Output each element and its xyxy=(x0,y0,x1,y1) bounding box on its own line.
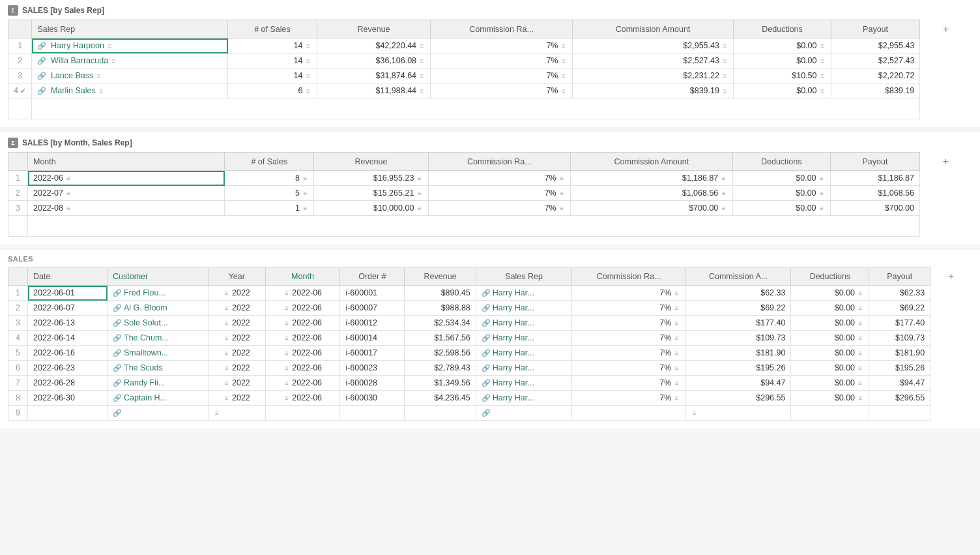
menu-icon[interactable]: ≡ xyxy=(859,395,863,402)
month-cell[interactable]: 2022-07 ≡ xyxy=(28,186,225,201)
menu-icon[interactable]: ≡ xyxy=(723,57,727,65)
customer-cell[interactable]: 🔗Smalltown... xyxy=(108,346,209,361)
menu-icon[interactable]: ≡ xyxy=(306,57,310,65)
menu-icon[interactable]: ≡ xyxy=(418,175,422,182)
customer-cell[interactable]: 🔗Fred Flou... xyxy=(108,286,209,301)
rep-name-cell[interactable]: 🔗 Willa Barracuda ≡ xyxy=(32,53,228,68)
rep-cell[interactable]: 🔗Harry Har... xyxy=(476,376,572,391)
menu-icon[interactable]: ≡ xyxy=(285,395,289,402)
rep-name-cell[interactable]: 🔗 Marlin Sales ≡ xyxy=(32,83,228,98)
menu-icon[interactable]: ≡ xyxy=(722,190,726,197)
menu-icon[interactable]: ≡ xyxy=(859,350,863,357)
menu-icon[interactable]: ≡ xyxy=(225,320,229,327)
date-cell[interactable] xyxy=(28,406,108,421)
menu-icon[interactable]: ≡ xyxy=(306,42,310,50)
menu-icon[interactable]: ≡ xyxy=(562,57,566,65)
menu-icon[interactable]: ≡ xyxy=(303,205,307,212)
month-cell[interactable]: 2022-06 ≡ xyxy=(28,171,225,186)
menu-icon[interactable]: ≡ xyxy=(820,190,824,197)
customer-cell[interactable]: 🔗The Chum... xyxy=(108,331,209,346)
customer-cell[interactable]: 🔗Randy Fli... xyxy=(108,376,209,391)
menu-icon[interactable]: ≡ xyxy=(675,320,679,327)
menu-icon[interactable]: ≡ xyxy=(859,290,863,297)
menu-icon[interactable]: ≡ xyxy=(675,305,679,312)
customer-cell[interactable]: 🔗Captain H... xyxy=(108,391,209,406)
add-column-button-t2[interactable]: + xyxy=(938,156,954,168)
date-cell[interactable]: 2022-06-23 xyxy=(28,361,108,376)
menu-icon[interactable]: ≡ xyxy=(306,87,310,95)
menu-icon[interactable]: ≡ xyxy=(285,305,289,312)
menu-icon[interactable]: ≡ xyxy=(420,87,424,95)
rep-cell[interactable]: 🔗 xyxy=(476,406,572,421)
date-cell[interactable]: 2022-06-07 xyxy=(28,301,108,316)
menu-icon[interactable]: ≡ xyxy=(225,395,229,402)
menu-icon[interactable]: ≡ xyxy=(303,190,307,197)
menu-icon[interactable]: ≡ xyxy=(859,320,863,327)
menu-icon[interactable]: ≡ xyxy=(675,335,679,342)
menu-icon[interactable]: ≡ xyxy=(420,57,424,65)
menu-icon[interactable]: ≡ xyxy=(723,42,727,50)
menu-icon[interactable]: ≡ xyxy=(66,175,70,182)
add-column-button-t3[interactable]: + xyxy=(943,271,959,282)
menu-icon[interactable]: ≡ xyxy=(562,42,566,50)
menu-icon[interactable]: ≡ xyxy=(562,72,566,80)
menu-icon[interactable]: ≡ xyxy=(303,175,307,182)
menu-icon[interactable]: ≡ xyxy=(418,190,422,197)
menu-icon[interactable]: ≡ xyxy=(285,320,289,327)
date-cell[interactable]: 2022-06-16 xyxy=(28,346,108,361)
rep-cell[interactable]: 🔗Harry Har... xyxy=(476,316,572,331)
menu-icon[interactable]: ≡ xyxy=(225,305,229,312)
menu-icon[interactable]: ≡ xyxy=(66,205,70,212)
menu-icon[interactable]: ≡ xyxy=(225,380,229,387)
menu-icon[interactable]: ≡ xyxy=(723,87,727,95)
menu-icon[interactable]: ≡ xyxy=(225,290,229,297)
rep-cell[interactable]: 🔗Harry Har... xyxy=(476,331,572,346)
date-cell[interactable]: 2022-06-14 xyxy=(28,331,108,346)
menu-icon[interactable]: ≡ xyxy=(420,42,424,50)
menu-icon[interactable]: ≡ xyxy=(675,290,679,297)
menu-icon[interactable]: ≡ xyxy=(225,365,229,372)
date-cell[interactable]: 2022-06-13 xyxy=(28,316,108,331)
rep-cell[interactable]: 🔗Harry Har... xyxy=(476,361,572,376)
menu-icon[interactable]: ≡ xyxy=(112,57,116,65)
menu-icon[interactable]: ≡ xyxy=(675,395,679,402)
menu-icon[interactable]: ≡ xyxy=(693,410,697,417)
menu-icon[interactable]: ≡ xyxy=(820,42,824,50)
menu-icon[interactable]: ≡ xyxy=(215,410,219,417)
rep-cell[interactable]: 🔗Harry Har... xyxy=(476,346,572,361)
menu-icon[interactable]: ≡ xyxy=(418,205,422,212)
menu-icon[interactable]: ≡ xyxy=(306,72,310,80)
menu-icon[interactable]: ≡ xyxy=(675,350,679,357)
menu-icon[interactable]: ≡ xyxy=(420,72,424,80)
menu-icon[interactable]: ≡ xyxy=(859,380,863,387)
menu-icon[interactable]: ≡ xyxy=(108,42,111,50)
rep-cell[interactable]: 🔗Harry Har... xyxy=(476,286,572,301)
customer-cell[interactable]: 🔗Sole Solut... xyxy=(108,316,209,331)
menu-icon[interactable]: ≡ xyxy=(859,335,863,342)
menu-icon[interactable]: ≡ xyxy=(675,365,679,372)
menu-icon[interactable]: ≡ xyxy=(675,380,679,387)
rep-cell[interactable]: 🔗Harry Har... xyxy=(476,391,572,406)
menu-icon[interactable]: ≡ xyxy=(722,175,726,182)
date-cell[interactable]: 2022-06-30 xyxy=(28,391,108,406)
menu-icon[interactable]: ≡ xyxy=(225,335,229,342)
menu-icon[interactable]: ≡ xyxy=(285,380,289,387)
add-col-t2[interactable]: + xyxy=(919,153,972,171)
customer-cell[interactable]: 🔗The Scuds xyxy=(108,361,209,376)
menu-icon[interactable]: ≡ xyxy=(560,175,564,182)
menu-icon[interactable]: ≡ xyxy=(99,87,103,95)
customer-cell[interactable]: 🔗Al G. Bloom xyxy=(108,301,209,316)
menu-icon[interactable]: ≡ xyxy=(722,205,726,212)
menu-icon[interactable]: ≡ xyxy=(225,350,229,357)
menu-icon[interactable]: ≡ xyxy=(285,290,289,297)
menu-icon[interactable]: ≡ xyxy=(820,87,824,95)
menu-icon[interactable]: ≡ xyxy=(66,190,70,197)
customer-cell[interactable]: 🔗 xyxy=(108,406,209,421)
menu-icon[interactable]: ≡ xyxy=(723,72,727,80)
menu-icon[interactable]: ≡ xyxy=(285,350,289,357)
date-cell[interactable]: 2022-06-01 xyxy=(28,286,108,301)
rep-cell[interactable]: 🔗Harry Har... xyxy=(476,301,572,316)
menu-icon[interactable]: ≡ xyxy=(820,205,824,212)
menu-icon[interactable]: ≡ xyxy=(285,335,289,342)
add-col-t1[interactable]: + xyxy=(920,20,972,38)
